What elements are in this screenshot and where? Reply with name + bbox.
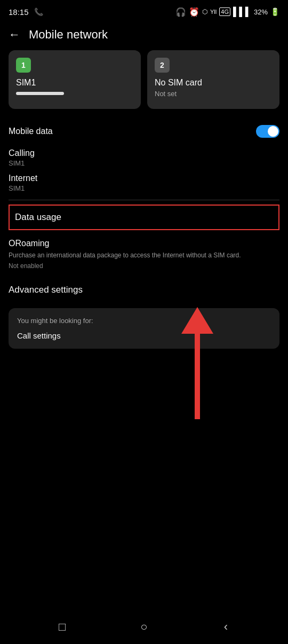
- 4g-icon: 4G: [219, 7, 230, 16]
- battery-icon: 🔋: [270, 7, 279, 16]
- mobile-data-row[interactable]: Mobile data: [9, 117, 279, 145]
- status-time: 18:15: [9, 7, 29, 17]
- looking-for-title: You might be looking for:: [17, 317, 271, 325]
- data-usage-row[interactable]: Data usage: [9, 205, 279, 230]
- sim1-badge: 1: [16, 58, 31, 73]
- mobile-data-label: Mobile data: [9, 127, 53, 136]
- mobile-data-toggle[interactable]: [256, 125, 279, 138]
- data-usage-label: Data usage: [15, 212, 61, 222]
- oroaming-status: Not enabled: [9, 262, 279, 270]
- calling-group[interactable]: Calling SIM1: [9, 145, 279, 170]
- sim2-name: No SIM card: [155, 78, 272, 88]
- back-chevron-icon: ‹: [224, 620, 228, 634]
- calling-sublabel: SIM1: [9, 159, 279, 167]
- oroaming-title: ORoaming: [9, 239, 279, 248]
- divider-1: [9, 200, 279, 200]
- sim2-subtitle: Not set: [155, 90, 272, 98]
- internet-sublabel: SIM1: [9, 184, 279, 192]
- nav-bar: □ ○ ‹: [0, 610, 288, 644]
- sim1-name: SIM1: [16, 78, 133, 88]
- internet-group[interactable]: Internet SIM1: [9, 170, 279, 195]
- looking-for-box: You might be looking for: Call settings: [9, 308, 279, 349]
- nav-back-button[interactable]: ‹: [218, 619, 233, 634]
- page-header: ← Mobile network: [0, 21, 288, 50]
- battery-text: 32%: [254, 8, 268, 16]
- nav-recents-button[interactable]: □: [55, 619, 70, 634]
- sim-cards-container: 1 SIM1 2 No SIM card Not set: [0, 50, 288, 117]
- back-button[interactable]: ←: [9, 28, 20, 42]
- network-bars-icon: ▌▌▌: [233, 7, 251, 17]
- advanced-settings-row[interactable]: Advanced settings: [9, 276, 279, 304]
- internet-label: Internet: [9, 174, 279, 183]
- settings-list: Mobile data Calling SIM1 Internet SIM1 D…: [0, 117, 288, 304]
- oroaming-desc: Purchase an international data package t…: [9, 250, 279, 260]
- phone-icon: 📞: [34, 7, 43, 16]
- oroaming-row[interactable]: ORoaming Purchase an international data …: [9, 232, 279, 276]
- bluetooth-icon: ⬡: [202, 8, 207, 15]
- advanced-settings-label: Advanced settings: [9, 285, 83, 295]
- alarm-icon: ⏰: [189, 7, 199, 17]
- status-bar: 18:15 📞 🎧 ⏰ ⬡ Yll 4G ▌▌▌ 32% 🔋: [0, 0, 288, 21]
- call-settings-item[interactable]: Call settings: [17, 331, 271, 340]
- nav-home-button[interactable]: ○: [137, 619, 151, 634]
- signal-icon: Yll: [210, 9, 217, 15]
- circle-icon: ○: [140, 620, 147, 634]
- calling-label: Calling: [9, 148, 279, 158]
- square-icon: □: [59, 620, 66, 634]
- sim1-bar: [16, 92, 64, 95]
- headphone-icon: 🎧: [175, 7, 186, 17]
- page-title: Mobile network: [29, 28, 108, 42]
- sim2-card[interactable]: 2 No SIM card Not set: [147, 50, 279, 109]
- status-icons: 🎧 ⏰ ⬡ Yll 4G ▌▌▌ 32% 🔋: [175, 7, 279, 17]
- sim1-card[interactable]: 1 SIM1: [9, 50, 141, 109]
- sim2-badge: 2: [155, 58, 170, 73]
